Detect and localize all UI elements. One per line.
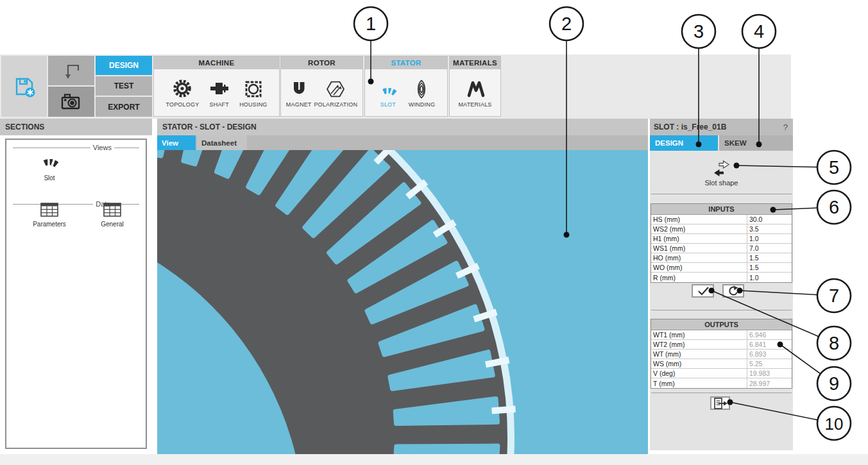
callout-circle-5 bbox=[817, 151, 851, 184]
callout-number-4: 4 bbox=[754, 21, 764, 42]
materials-button[interactable]: MATERIALS bbox=[458, 78, 491, 108]
reset-button[interactable] bbox=[722, 284, 744, 298]
callout-circle-9 bbox=[817, 367, 851, 400]
polarization-button[interactable]: POLARIZATION bbox=[314, 78, 357, 108]
callout-number-2: 2 bbox=[561, 13, 572, 34]
panel-separator bbox=[651, 310, 792, 310]
slot-icon bbox=[377, 78, 399, 100]
group-stator-title: STATOR bbox=[365, 56, 447, 69]
apply-button[interactable] bbox=[692, 284, 714, 298]
general-table-icon bbox=[103, 201, 122, 218]
callout-circle-8 bbox=[817, 326, 851, 360]
shaft-button[interactable]: SHAFT bbox=[208, 78, 230, 108]
callout-circle-2 bbox=[550, 7, 583, 40]
slot-shape-icon bbox=[710, 160, 733, 178]
application-window: DESIGN TEST EXPORT MACHINE TOPOLOGY bbox=[0, 0, 868, 465]
inputs-table: INPUTS HS (mm)30.0WS2 (mm)3.5H1 (mm)1.0W… bbox=[651, 203, 792, 283]
polarization-icon bbox=[325, 78, 346, 100]
param-value: 5.25 bbox=[747, 359, 792, 368]
group-rotor: ROTOR MAGNET bbox=[280, 56, 363, 117]
inputs-table-title: INPUTS bbox=[651, 204, 792, 215]
topology-button[interactable]: TOPOLOGY bbox=[166, 78, 199, 108]
param-label: WS1 (mm) bbox=[651, 244, 747, 253]
panel-separator bbox=[651, 393, 792, 393]
slot-shape-label: Slot shape bbox=[705, 179, 738, 187]
table-row: HO (mm)1.5 bbox=[651, 253, 792, 263]
param-label: T (mm) bbox=[651, 378, 747, 388]
callout-number-3: 3 bbox=[694, 21, 704, 42]
slot-view-label: Slot bbox=[44, 174, 55, 182]
undo-button[interactable] bbox=[48, 56, 94, 85]
nav-test-button[interactable]: TEST bbox=[96, 76, 152, 96]
param-label: HS (mm) bbox=[651, 215, 747, 224]
callout-circle-10 bbox=[817, 407, 851, 440]
group-machine-title: MACHINE bbox=[154, 56, 279, 69]
sidebar-item-slot[interactable]: Slot bbox=[30, 149, 69, 182]
nav-export-button[interactable]: EXPORT bbox=[96, 97, 152, 117]
stator-drawing bbox=[157, 150, 648, 454]
table-row: WT1 (mm)6.946 bbox=[651, 330, 792, 340]
export-report-button[interactable] bbox=[710, 396, 730, 410]
tab-datasheet[interactable]: Datasheet bbox=[197, 135, 247, 150]
callout-circle-3 bbox=[682, 15, 715, 48]
param-value: 6.841 bbox=[747, 340, 792, 349]
stator-slot-canvas[interactable] bbox=[157, 150, 648, 454]
callout-number-6: 6 bbox=[829, 197, 839, 217]
screenshot-button[interactable] bbox=[48, 87, 94, 117]
param-label: V (deg) bbox=[651, 369, 747, 378]
magnet-label: MAGNET bbox=[286, 101, 312, 108]
param-label: WT2 (mm) bbox=[651, 340, 747, 349]
group-machine: MACHINE TOPOLOGY SHAFT bbox=[153, 56, 280, 117]
param-label: WT (mm) bbox=[651, 350, 747, 359]
table-row: WO (mm)1.5 bbox=[651, 263, 792, 273]
callout-number-5: 5 bbox=[829, 157, 839, 178]
callout-circle-7 bbox=[817, 279, 851, 312]
housing-icon bbox=[243, 78, 264, 100]
camera-icon bbox=[58, 89, 84, 115]
callout-circle-4 bbox=[742, 15, 776, 48]
param-value[interactable]: 1.5 bbox=[747, 253, 792, 262]
top-toolbar: DESIGN TEST EXPORT MACHINE TOPOLOGY bbox=[0, 55, 791, 119]
slot-view-icon bbox=[38, 149, 61, 172]
param-value[interactable]: 30.0 bbox=[747, 215, 792, 224]
sections-header: SECTIONS bbox=[0, 119, 152, 135]
param-value[interactable]: 7.0 bbox=[747, 244, 792, 253]
param-value[interactable]: 1.5 bbox=[747, 263, 792, 272]
param-value[interactable]: 1.0 bbox=[747, 273, 792, 282]
group-stator: STATOR SLOT bbox=[364, 56, 448, 117]
panel-help-icon[interactable]: ? bbox=[783, 119, 788, 135]
window-bottom-strip bbox=[0, 454, 868, 465]
slot-shape-button[interactable]: Slot shape bbox=[650, 155, 793, 192]
group-rotor-title: ROTOR bbox=[281, 56, 362, 69]
table-row: V (deg)19.983 bbox=[651, 369, 792, 378]
polarization-label: POLARIZATION bbox=[314, 101, 357, 108]
main-view-title: STATOR - SLOT - DESIGN bbox=[157, 119, 648, 135]
outputs-table: OUTPUTS WT1 (mm)6.946WT2 (mm)6.841WT (mm… bbox=[651, 319, 792, 389]
table-row: HS (mm)30.0 bbox=[651, 215, 792, 224]
magnet-icon bbox=[288, 78, 310, 100]
table-row: WT2 (mm)6.841 bbox=[651, 340, 792, 350]
sidebar-item-general[interactable]: General bbox=[93, 201, 132, 228]
tab-design[interactable]: DESIGN bbox=[650, 135, 718, 151]
callout-number-7: 7 bbox=[829, 285, 839, 306]
tab-skew[interactable]: SKEW bbox=[719, 135, 793, 151]
param-label: HO (mm) bbox=[651, 253, 747, 262]
param-label: WS2 (mm) bbox=[651, 224, 747, 233]
param-value[interactable]: 1.0 bbox=[747, 234, 792, 243]
tab-view[interactable]: View bbox=[157, 135, 196, 150]
winding-button[interactable]: WINDING bbox=[409, 78, 435, 108]
general-label: General bbox=[101, 221, 124, 228]
callout-number-10: 10 bbox=[825, 414, 844, 434]
table-row: WS2 (mm)3.5 bbox=[651, 224, 792, 234]
sidebar-item-parameters[interactable]: Parameters bbox=[25, 201, 74, 228]
table-row: WT (mm)6.893 bbox=[651, 350, 792, 359]
nav-design-button[interactable]: DESIGN bbox=[96, 56, 152, 75]
shaft-label: SHAFT bbox=[210, 101, 230, 108]
housing-button[interactable]: HOUSING bbox=[239, 78, 267, 108]
outputs-table-title: OUTPUTS bbox=[651, 319, 792, 330]
materials-icon bbox=[464, 78, 486, 100]
param-value[interactable]: 3.5 bbox=[747, 224, 792, 233]
magnet-button[interactable]: MAGNET bbox=[286, 78, 312, 108]
slot-button[interactable]: SLOT bbox=[377, 78, 399, 108]
save-button[interactable] bbox=[1, 56, 47, 117]
